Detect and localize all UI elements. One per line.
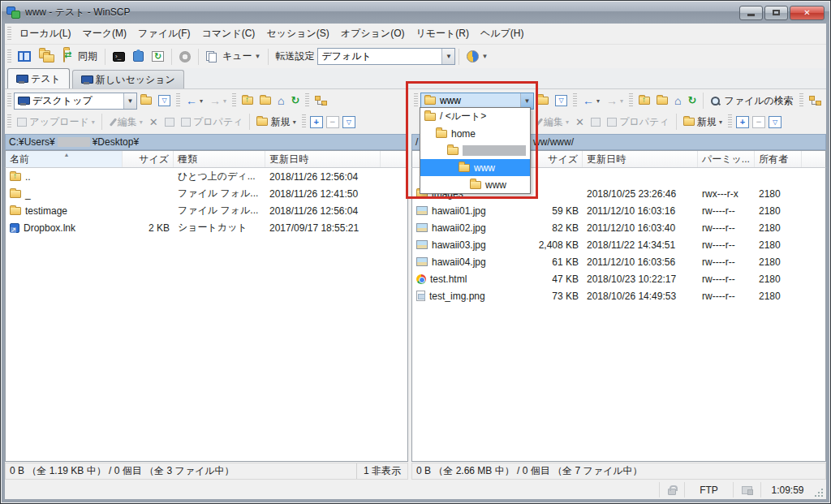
local-back-button[interactable]: ←▾ [183, 93, 205, 109]
remote-refresh-button[interactable]: ↻ [686, 94, 700, 107]
local-refresh-button[interactable]: ↻ [289, 94, 303, 107]
local-select-button[interactable]: + [310, 116, 323, 128]
file-row[interactable]: _ ファイル フォル... 2018/11/26 12:41:50 [6, 185, 407, 202]
file-row[interactable]: hawaii04.jpg 61 KB 2011/12/10 16:03:56 r… [412, 253, 825, 270]
column-header-size[interactable]: サイズ [532, 151, 583, 167]
file-row[interactable]: hawaii02.jpg 82 KB 2011/12/10 16:03:40 r… [412, 219, 825, 236]
menu-command[interactable]: コマンド(C) [196, 24, 261, 44]
file-row[interactable]: hawaii03.jpg 2,408 KB 2018/11/22 14:34:5… [412, 236, 825, 253]
transfer-settings-combo[interactable]: デフォルト ▼ [317, 48, 455, 65]
menu-local[interactable]: ローカル(L) [14, 24, 77, 44]
local-edit-button[interactable]: 編集▾ [106, 114, 145, 131]
open-console-button[interactable]: ›_ [110, 47, 128, 67]
chevron-down-icon[interactable]: ▼ [520, 93, 533, 109]
session-time-cell: 1:09:59 [760, 482, 814, 498]
remote-unselect-button[interactable]: − [752, 116, 765, 128]
toggle-panels-button[interactable] [15, 47, 34, 67]
remote-select-button[interactable]: + [736, 116, 749, 128]
local-properties-button[interactable]: プロパティ [179, 114, 246, 131]
local-tree-button[interactable] [312, 94, 330, 108]
file-row[interactable]: .. ひとつ上のディ... 2018/11/26 12:56:04 [6, 168, 407, 185]
dropdown-item-user[interactable] [420, 142, 530, 159]
remote-home-directory-button[interactable]: ⌂ [672, 94, 683, 107]
local-delete-button[interactable]: ✕ [147, 114, 161, 130]
local-filter-select-button[interactable]: ▽ [342, 116, 355, 128]
column-header-size[interactable]: サイズ [123, 151, 174, 167]
local-file-list[interactable]: .. ひとつ上のディ... 2018/11/26 12:56:04 _ ファイル… [5, 168, 408, 462]
remote-open-directory-button[interactable] [535, 95, 551, 106]
minimize-button[interactable] [739, 6, 763, 20]
folder-icon [657, 97, 668, 105]
remote-filter-select-button[interactable]: ▽ [769, 116, 781, 128]
chevron-down-icon[interactable]: ▼ [441, 49, 454, 64]
menu-file[interactable]: ファイル(F) [132, 24, 196, 44]
refresh-panels-button[interactable]: ↻ [149, 47, 167, 67]
local-parent-directory-button[interactable] [239, 95, 256, 106]
local-unselect-button[interactable]: − [326, 116, 339, 128]
remote-edit-button[interactable]: 編集▾ [532, 114, 571, 131]
file-row[interactable]: test_img.png 73 KB 2018/10/26 14:49:53 r… [412, 287, 825, 304]
remote-directory-dropdown: / <ルート> home www www [420, 107, 531, 194]
chevron-down-icon: ▾ [223, 97, 226, 105]
remote-properties-button[interactable]: プロパティ [605, 114, 672, 131]
toolbar-grip [629, 93, 633, 108]
maximize-button[interactable] [764, 6, 788, 20]
local-drive-combo[interactable]: デスクトップ ▼ [14, 93, 137, 110]
tree-icon [315, 96, 328, 106]
dropdown-item-root[interactable]: / <ルート> [420, 108, 530, 125]
local-home-directory-button[interactable]: ⌂ [275, 94, 286, 107]
sort-ascending-icon: ▲ [64, 152, 70, 157]
upload-button[interactable]: アップロード▾ [15, 114, 97, 131]
synchronize-button[interactable]: ⇄ 同期 [60, 47, 101, 67]
column-header-modified[interactable]: 更新日時 [265, 151, 381, 167]
dropdown-item-www-child[interactable]: www [420, 176, 530, 193]
queue-icon [206, 51, 218, 62]
local-filter-button[interactable]: ▽ [156, 93, 173, 108]
menu-options[interactable]: オプション(O) [335, 24, 411, 44]
column-header-type[interactable]: 種類 [174, 151, 265, 167]
queue-button[interactable]: キュー ▼ [203, 47, 264, 67]
local-new-button[interactable]: 新規▾ [254, 114, 298, 131]
gear-icon [179, 51, 191, 62]
remote-back-button[interactable]: ←▾ [580, 93, 602, 109]
transfer-settings-value: デフォルト [321, 50, 371, 63]
remote-file-list[interactable]: images 2018/10/25 23:26:46 rwx---r-x 218… [411, 168, 826, 462]
remote-new-button[interactable]: 新規▾ [681, 114, 725, 131]
remote-parent-directory-button[interactable] [636, 95, 652, 106]
column-header-name[interactable]: 名前▲ [6, 151, 123, 167]
synchronize-browsing-button[interactable]: ▼ [463, 47, 491, 67]
column-header-permissions[interactable]: パーミッ... [698, 151, 755, 167]
remote-filter-button[interactable]: ▽ [553, 93, 570, 108]
local-open-directory-button[interactable] [138, 95, 154, 106]
close-button[interactable]: ✕ [790, 6, 825, 20]
remote-rename-button[interactable] [588, 116, 603, 128]
file-row[interactable]: testimage ファイル フォル... 2018/11/26 12:56:0… [6, 202, 407, 219]
transfer-files-button[interactable] [36, 47, 58, 67]
dropdown-item-www-selected[interactable]: www [420, 159, 530, 176]
file-row[interactable]: Dropbox.lnk 2 KB ショートカット 2017/09/17 18:5… [6, 219, 407, 236]
remote-root-directory-button[interactable] [654, 95, 670, 106]
local-root-directory-button[interactable] [257, 95, 273, 106]
local-forward-button[interactable]: →▾ [207, 93, 229, 109]
find-files-button[interactable]: ファイルの検索 [708, 93, 795, 110]
menu-help[interactable]: ヘルプ(H) [475, 24, 530, 44]
menu-remote[interactable]: リモート(R) [410, 24, 475, 44]
remote-delete-button[interactable]: ✕ [573, 114, 587, 130]
column-header-owner[interactable]: 所有者 [755, 151, 802, 167]
local-path-bar[interactable]: C:¥Users¥ ¥Desktop¥ [5, 134, 408, 150]
column-header-modified[interactable]: 更新日時 [583, 151, 698, 167]
file-row[interactable]: test.html 47 KB 2018/10/23 10:22:17 rw--… [412, 270, 825, 287]
tab-new-session[interactable]: 新しいセッション [72, 70, 184, 88]
file-row[interactable]: hawaii01.jpg 59 KB 2011/12/10 16:03:16 r… [412, 202, 825, 219]
menu-session[interactable]: セッション(S) [260, 24, 334, 44]
resize-grip[interactable] [814, 487, 825, 498]
chevron-down-icon[interactable]: ▼ [123, 93, 136, 109]
dropdown-item-home[interactable]: home [420, 125, 530, 142]
addons-button[interactable] [130, 47, 147, 67]
menu-mark[interactable]: マーク(M) [77, 24, 133, 44]
preferences-button[interactable] [176, 47, 194, 67]
remote-tree-button[interactable] [807, 94, 825, 108]
remote-forward-button[interactable]: →▾ [604, 93, 626, 109]
tab-session-test[interactable]: テスト [7, 68, 70, 88]
local-rename-button[interactable] [162, 116, 177, 128]
